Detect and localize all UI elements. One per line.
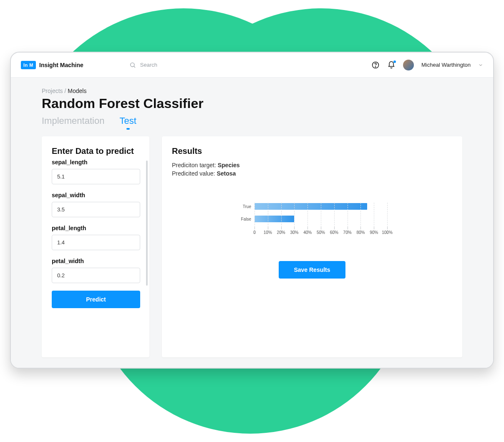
breadcrumb-root[interactable]: Projects [42, 88, 63, 94]
svg-point-0 [130, 63, 134, 66]
breadcrumb-current[interactable]: Models [68, 88, 86, 94]
predicted-value: Predicited value: Setosa [172, 170, 452, 177]
brand-name: Insight Machine [39, 62, 83, 68]
bell-icon[interactable] [387, 61, 396, 69]
svg-line-1 [134, 66, 135, 68]
chevron-down-icon[interactable] [478, 63, 483, 68]
chart-bar [255, 216, 294, 222]
input-petal-length[interactable] [52, 235, 140, 250]
form-title: Enter Data to predict [52, 146, 139, 156]
chart-tick-label: 20% [277, 230, 285, 235]
chart-bar-row: True [237, 202, 387, 211]
page-body: Projects / Models Random Forest Classifi… [11, 78, 493, 368]
chart-tick-label: 100% [382, 230, 393, 235]
chart-tick-label: 0 [253, 230, 256, 235]
input-sepal-width[interactable] [52, 202, 140, 217]
search-icon [129, 62, 136, 68]
field-label-petal-length: petal_length [52, 225, 140, 231]
field-label-petal-width: petal_width [52, 258, 140, 264]
logo-badge: In M [21, 61, 36, 69]
save-results-button[interactable]: Save Results [279, 261, 345, 279]
chart-tick-label: 50% [317, 230, 325, 235]
tab-test[interactable]: Test [119, 116, 136, 129]
avatar[interactable] [403, 60, 414, 70]
predict-button[interactable]: Predict [52, 291, 140, 308]
chart-tick-label: 60% [330, 230, 338, 235]
chart-tick-label: 80% [356, 230, 365, 235]
search-wrap[interactable] [129, 62, 224, 68]
chart-bar-row: False [237, 214, 387, 224]
results-card: Results Prediciton target: Species Predi… [162, 136, 462, 357]
chart-axis: 010%20%30%40%50%60%70%80%90%100% [255, 227, 387, 241]
page-title: Random Forest Classifier [42, 96, 462, 111]
tab-implementation[interactable]: Implementation [42, 116, 104, 129]
input-petal-width[interactable] [52, 268, 140, 283]
field-label-sepal-length: sepal_length [52, 159, 140, 166]
scrollbar[interactable] [146, 161, 148, 286]
username[interactable]: Micheal Warthington [421, 62, 471, 68]
notification-dot [393, 60, 396, 63]
chart-tick-label: 90% [370, 230, 378, 235]
svg-point-3 [375, 66, 375, 67]
chart-row-label: True [237, 204, 255, 209]
input-sepal-length[interactable] [52, 169, 140, 184]
chart-bar [255, 203, 367, 210]
field-label-sepal-width: sepal_width [52, 192, 140, 198]
breadcrumb: Projects / Models [42, 88, 462, 94]
search-input[interactable] [140, 62, 224, 68]
breadcrumb-sep: / [63, 88, 68, 94]
prediction-target: Prediciton target: Species [172, 162, 452, 168]
chart-tick-label: 70% [343, 230, 352, 235]
device-frame: In M Insight Machine Micheal Warthington [10, 52, 494, 369]
chart: TrueFalse010%20%30%40%50%60%70%80%90%100… [172, 202, 452, 241]
tabs: Implementation Test [42, 116, 462, 129]
topbar: In M Insight Machine Micheal Warthington [11, 53, 493, 78]
chart-tick-label: 10% [264, 230, 272, 235]
chart-tick-label: 30% [290, 230, 298, 235]
chart-tick-label: 40% [303, 230, 312, 235]
results-title: Results [172, 146, 452, 156]
chart-row-label: False [237, 217, 255, 221]
help-icon[interactable] [371, 61, 380, 69]
predict-form-card: Enter Data to predict sepal_length sepal… [42, 136, 149, 357]
